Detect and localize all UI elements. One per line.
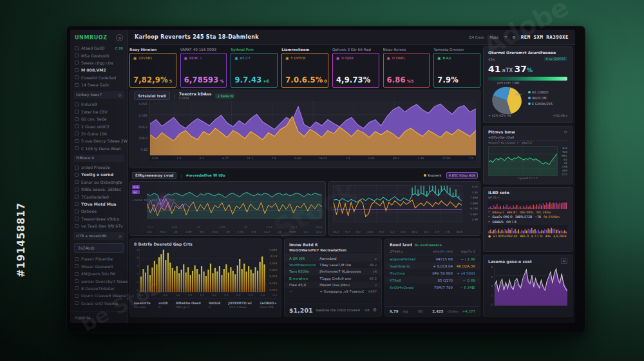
- chart-range-tab[interactable]: Srtsislol tre9: [134, 92, 170, 100]
- sidebar-instance-item[interactable]: 7Cea9ade0e0: [70, 193, 128, 200]
- legend-item[interactable]: E GWOK/2K5: [528, 102, 567, 106]
- sidebar-item[interactable]: 14 Swea Ga0c: [70, 81, 128, 88]
- sidebar-section-instances[interactable]: I5Btace 9: [73, 155, 124, 162]
- summary-panel: Gturmd Greremrt Acurdfeeeee 42w 6 av (2)…: [483, 46, 573, 123]
- sidebar-report-item[interactable]: Woeur Geroewtl: [70, 263, 128, 270]
- kpi-box[interactable]: ▣O DJRA4,9.73%: [332, 53, 379, 88]
- refresh-icon[interactable]: ⟳: [118, 234, 122, 239]
- sidebar-footer-link[interactable]: A@vtda: [70, 311, 128, 323]
- sidebar-item[interactable]: M5a Gwsbod0: [70, 52, 128, 59]
- table-row[interactable]: B mewhenT1ggg Grsfu9 ove66 2: [285, 275, 381, 282]
- sidebar-filter-item[interactable]: 2ater be C8V: [70, 108, 128, 115]
- expand-icon[interactable]: N: [561, 259, 567, 264]
- sidebar-report-item[interactable]: 4M@vem-3du fW: [70, 270, 128, 277]
- sidebar-report-item[interactable]: aardar Oveccby7 fdeeer: [70, 277, 128, 284]
- activity-row[interactable]: *58B8Z1O9 7 8: [488, 220, 567, 224]
- table-row[interactable]: Taes 6509eJfvrhemwe7 9Ldevoeesv4: [285, 268, 381, 275]
- kpi-meta-text: 8E9K. I.: [189, 56, 203, 60]
- line-chart[interactable]: [333, 185, 462, 222]
- table-row[interactable]: 6vO04vOewd79M/7 709~ 6 34BI: [385, 284, 480, 291]
- tick: 1.9: [346, 157, 350, 160]
- sidebar-instance-item[interactable]: TOva Metd Mua: [70, 200, 128, 208]
- kpi-box[interactable]: ▣8E9K. I.6,78593%: [180, 53, 227, 88]
- table-row[interactable]: aogyewtteOad94Y15 6B~ / 2.88: [385, 255, 480, 262]
- sidebar-item[interactable]: Ataed Ga00C 89: [70, 44, 128, 52]
- history-icon[interactable]: ⟳: [564, 130, 567, 134]
- sidebar-section-search[interactable]: OTB a nevektd8⟳: [73, 232, 124, 240]
- activity-row[interactable]: *68vey-148E 8706V 09%,9O, 28%v: [488, 211, 567, 214]
- kpi-value: 7.0.6.5%0: [285, 75, 325, 84]
- gear-icon[interactable]: ⚙: [512, 35, 515, 39]
- kpi-meta: ▣8E9K. I.: [184, 56, 223, 60]
- sidebar-filter-item[interactable]: S ova Oevcy Sdeee 2W: [70, 137, 128, 144]
- sidebar-instance-item[interactable]: 7weavrdeee V9dco: [70, 215, 128, 222]
- sidebar-search-input[interactable]: [74, 243, 124, 253]
- sidebar-report-item[interactable]: B Oeeae7kde0er: [70, 285, 128, 292]
- legend-item[interactable]: 9,85C 60au 809: [446, 172, 478, 179]
- sidebar-filter-item[interactable]: 60 cav. 9e0e: [70, 115, 128, 122]
- sidebar-instance-item[interactable]: arded Preeo0e: [70, 164, 128, 171]
- activity-row[interactable]: *GvaOv O96 O308% E7Z8~789A 5%90m: [488, 215, 567, 219]
- pie-chart[interactable]: Jse9 1797 +489 Oeexr: [488, 83, 526, 113]
- table-body: aogyewtteOad94Y15 6B~ / 2.88SvaOtew-G+ 9…: [385, 255, 480, 306]
- sidebar-item[interactable]: Swess c0gg c0a: [70, 59, 128, 66]
- stats-footer: Gweb9YeOw o0eovoO8OAMe60e Oee9OMe go 79d…: [134, 298, 277, 309]
- gear-icon[interactable]: ⚙: [373, 307, 377, 313]
- sidebar-item[interactable]: Cowe0d Code0ad: [70, 74, 128, 81]
- table-row[interactable]: SvaOtew-G+ 9,019.0448 O2A,3X: [385, 262, 480, 269]
- sidebar-filter-item[interactable]: C 106 ly Oena Woet.: [70, 145, 128, 152]
- sidebar-instance-item[interactable]: ve 7ee0 Oev 9f0 b7v: [70, 222, 128, 229]
- tick: 0.2: [356, 230, 361, 233]
- bar-chart[interactable]: [139, 248, 265, 293]
- sidebar-instance-item[interactable]: Eanor oo Oxbe0ngte: [70, 179, 128, 186]
- summary-chip[interactable]: 6 av (2)9937: [544, 57, 567, 61]
- bell-icon[interactable]: ◔: [116, 34, 123, 41]
- kpi-box[interactable]: ▣2XV1B17,82,9%5: [129, 53, 176, 88]
- refresh-icon[interactable]: ⟳: [118, 93, 122, 97]
- table-row[interactable]: Ftae 45,9Ifwewt Ova J0teuv: [285, 282, 381, 288]
- menu-item-2[interactable]: Mabt: [489, 35, 498, 39]
- sidebar-instance-item[interactable]: Oebeee: [70, 208, 128, 215]
- line-chart[interactable]: [488, 146, 558, 176]
- table-row[interactable]: —+ Gvagogeg ,v9 Fvaeeu0A097: [285, 288, 381, 295]
- sidebar-report-item[interactable]: Fteent Pdvettke: [70, 255, 128, 262]
- sidebar-report-item[interactable]: Oqam Craeve9 Weene: [70, 292, 128, 299]
- legend-item[interactable]: 96O0 0M: [528, 96, 567, 100]
- activity-row-highlight[interactable]: ●E1 9OOvO0Z 49885 O6 7.1 %49e4,9,2834+: [488, 235, 567, 238]
- table-row[interactable]: IFevOme04V 50 6K9+ v4 5891: [385, 269, 480, 277]
- chart-badge[interactable]: 2 Ee69 W: [215, 93, 235, 99]
- kpi-box[interactable]: ▣B A/L7.9%: [433, 53, 480, 88]
- kpi-box[interactable]: ▣O DARL6.86%5: [383, 53, 430, 88]
- sidebar-report-item[interactable]: Gvaov ovO 9oemo: [70, 300, 128, 307]
- cell: 885 O: [520, 235, 529, 238]
- menu-item-1[interactable]: Q4 Cmin: [469, 35, 484, 39]
- tick: 2,44: [266, 226, 272, 229]
- sidebar-filter-item[interactable]: 2h Gubo 100: [70, 130, 128, 137]
- tick: 45.8: [457, 230, 462, 233]
- mid-chart-tab[interactable]: EIRgreeemoy cvod: [132, 172, 176, 179]
- legend-item[interactable]: 60 1O8O0: [528, 90, 567, 94]
- row-value: Ifwewt Ova J0teu: [319, 283, 364, 287]
- table-row[interactable]: A OK t66Aamebedv: [285, 255, 381, 262]
- table-row[interactable]: X79a885 Q1Y0~ O 69: [385, 277, 480, 284]
- sidebar-section-filter[interactable]: Ocibey Seec7⟳: [73, 91, 124, 99]
- sidebar-item[interactable]: M 008.VM2: [70, 66, 128, 73]
- item-label: Gvaov ovO 9oemo: [81, 301, 118, 306]
- menu-item-3[interactable]: '7: [504, 35, 507, 39]
- area-chart[interactable]: [494, 266, 567, 306]
- kpi-box[interactable]: ▣5 UVYCK7.0.6.5%0: [281, 53, 328, 88]
- sidebar-instance-item[interactable]: Yeetlg o sornd: [70, 171, 128, 178]
- item-label: M5a Gwsbod0: [81, 54, 109, 58]
- sidebar-filter-item[interactable]: Induce9: [70, 101, 128, 108]
- kpi-box[interactable]: ▣A5 C79.7.43+6: [231, 53, 278, 88]
- sidebar-filter-item[interactable]: 2 Gueo v00C2: [70, 122, 128, 130]
- tick: 0,0S5: [134, 114, 147, 117]
- legend-item[interactable]: Kvonerk: [424, 173, 441, 177]
- tick: 0.6: [401, 230, 405, 233]
- row-value: 85 Q1Y0: [424, 278, 453, 282]
- tick: 0.9: [252, 230, 256, 233]
- area-chart[interactable]: [149, 101, 476, 155]
- sidebar-instance-item[interactable]: 99Bo aeove, 3dbtec: [70, 186, 128, 193]
- line-chart[interactable]: [147, 184, 322, 219]
- table-row[interactable]: VoebhweeveneT8ay Lava7,M Ow68 v: [285, 262, 381, 268]
